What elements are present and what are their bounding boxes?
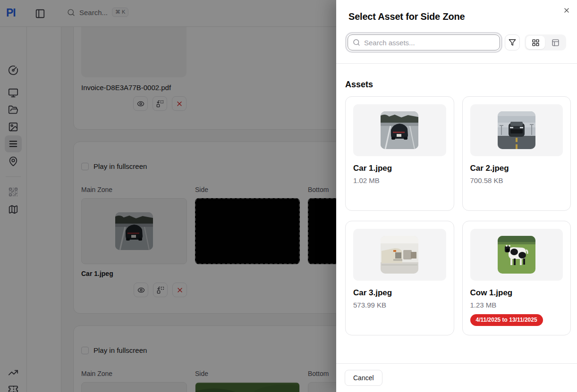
modal-toolbar xyxy=(336,34,577,50)
filter-button[interactable] xyxy=(505,34,520,50)
modal-title: Select Asset for Side Zone xyxy=(336,0,577,22)
asset-card-car-1[interactable]: Car 1.jpeg 1.02 MB xyxy=(345,96,454,211)
search-icon xyxy=(353,39,360,46)
asset-card-car-3[interactable]: Car 3.jpeg 573.99 KB xyxy=(345,221,454,335)
close-modal-button[interactable] xyxy=(562,6,571,15)
asset-name: Car 2.jpeg xyxy=(470,164,563,173)
asset-thumb-area xyxy=(470,104,563,156)
asset-name: Car 3.jpeg xyxy=(353,288,446,298)
table-view-icon xyxy=(552,39,560,47)
screen: PI Search... ⌘ K xyxy=(0,0,577,392)
funnel-icon xyxy=(509,39,516,46)
cancel-button[interactable]: Cancel xyxy=(345,370,382,386)
select-asset-modal: Select Asset for Side Zone Assets xyxy=(336,0,577,392)
close-icon xyxy=(563,7,570,14)
car-1-thumbnail xyxy=(381,111,418,149)
asset-size: 700.58 KB xyxy=(470,176,563,184)
car-3-thumbnail xyxy=(381,236,418,274)
asset-thumb-area xyxy=(470,229,563,281)
asset-search-field[interactable] xyxy=(348,34,500,50)
cow-1-thumbnail xyxy=(498,236,535,274)
modal-content: Assets Car 1.jpeg 1.02 MB Car 2.jpeg 700… xyxy=(336,64,577,363)
asset-name: Cow 1.jpeg xyxy=(470,288,563,298)
table-view-button[interactable] xyxy=(546,36,565,49)
asset-thumb-area xyxy=(353,229,446,281)
asset-card-car-2[interactable]: Car 2.jpeg 700.58 KB xyxy=(462,96,571,211)
asset-thumb-area xyxy=(353,104,446,156)
assets-section-title: Assets xyxy=(345,80,571,90)
grid-view-icon xyxy=(532,39,540,47)
schedule-badge: 4/11/2025 to 13/11/2025 xyxy=(470,314,543,326)
grid-view-button[interactable] xyxy=(526,36,545,49)
asset-size: 573.99 KB xyxy=(353,301,446,309)
modal-footer: Cancel xyxy=(336,363,577,392)
asset-card-cow-1[interactable]: Cow 1.jpeg 1.23 MB 4/11/2025 to 13/11/20… xyxy=(462,221,571,335)
asset-size: 1.02 MB xyxy=(353,176,446,184)
asset-grid: Car 1.jpeg 1.02 MB Car 2.jpeg 700.58 KB … xyxy=(345,96,571,335)
car-2-thumbnail xyxy=(498,111,535,149)
asset-search-input[interactable] xyxy=(364,39,495,47)
asset-name: Car 1.jpeg xyxy=(353,164,446,173)
asset-size: 1.23 MB xyxy=(470,301,563,309)
view-toggle-group xyxy=(525,34,566,50)
